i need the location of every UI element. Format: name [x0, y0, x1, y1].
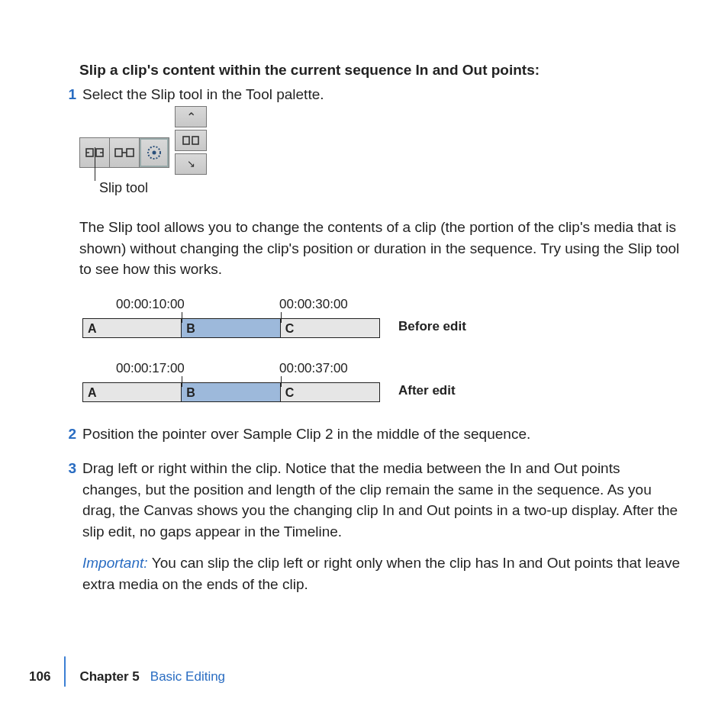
- svg-rect-2: [115, 149, 122, 156]
- step-2: 2 Position the pointer over Sample Clip …: [79, 424, 682, 445]
- clip-c: C: [281, 383, 379, 401]
- time-remap-icon: [145, 143, 163, 162]
- slide-tool-button[interactable]: [109, 137, 140, 168]
- ordered-steps: 1 Select the Slip tool in the Tool palet…: [79, 84, 682, 105]
- step-number: 2: [56, 424, 76, 445]
- clip-b: B: [182, 319, 280, 337]
- slip-diagram: 00:00:10:00 00:00:30:00 A B C Before edi…: [82, 295, 682, 402]
- clip-row-before: A B C: [82, 318, 380, 338]
- clip-a: A: [83, 319, 182, 337]
- svg-rect-6: [183, 137, 189, 144]
- clip-row-after: A B C: [82, 382, 380, 402]
- tick-mark: [182, 376, 182, 387]
- step-3: 3 Drag left or right within the clip. No…: [79, 458, 682, 594]
- tick-mark: [281, 376, 282, 387]
- tick-mark: [281, 312, 282, 323]
- step-3-text: Drag left or right within the clip. Noti…: [82, 460, 678, 540]
- step-number: 1: [56, 84, 76, 105]
- footer-divider: [64, 656, 66, 687]
- page-footer: 106 Chapter 5 Basic Editing: [29, 656, 225, 687]
- diagram-after: 00:00:17:00 00:00:37:00 A B C After edit: [82, 359, 548, 402]
- expand-arrow-icon: ↘: [187, 157, 195, 172]
- page-content: Slip a clip's content within the current…: [79, 60, 682, 597]
- page-number: 106: [29, 668, 50, 687]
- timecode-in-before: 00:00:10:00: [116, 295, 185, 314]
- clip-b: B: [182, 383, 280, 401]
- callout-label: Slip tool: [99, 178, 148, 198]
- clip-c: C: [281, 319, 379, 337]
- chapter-title: Basic Editing: [150, 668, 225, 687]
- slip-variant-button[interactable]: [175, 130, 207, 151]
- step-1: 1 Select the Slip tool in the Tool palet…: [79, 84, 682, 105]
- step-text: Select the Slip tool in the Tool palette…: [82, 84, 682, 105]
- tick-mark: [182, 312, 182, 323]
- tool-palette-figure: ⌃ ↘ Slip tool: [79, 117, 217, 188]
- timecode-out-after: 00:00:37:00: [279, 359, 348, 378]
- svg-rect-7: [192, 137, 198, 144]
- expand-down-button[interactable]: ↘: [175, 153, 207, 175]
- diagram-before: 00:00:10:00 00:00:30:00 A B C Before edi…: [82, 295, 548, 338]
- important-text: You can slip the clip left or right only…: [82, 555, 680, 592]
- chevron-up-icon: ⌃: [186, 108, 196, 126]
- section-heading: Slip a clip's content within the current…: [79, 60, 682, 81]
- step-text: Position the pointer over Sample Clip 2 …: [82, 424, 682, 445]
- time-remap-tool-button[interactable]: [139, 137, 169, 168]
- step-text: Drag left or right within the clip. Noti…: [82, 458, 682, 594]
- callout-line: [95, 147, 95, 181]
- timecode-out-before: 00:00:30:00: [279, 295, 348, 314]
- important-label: Important:: [82, 555, 152, 571]
- ordered-steps-cont: 2 Position the pointer over Sample Clip …: [79, 424, 682, 595]
- slip-variant-icon: [181, 134, 201, 147]
- chapter-label: Chapter 5: [79, 668, 139, 687]
- timecode-in-after: 00:00:17:00: [116, 359, 185, 378]
- before-label: Before edit: [398, 317, 466, 337]
- step-number: 3: [56, 458, 76, 479]
- after-label: After edit: [398, 382, 456, 401]
- svg-rect-3: [127, 149, 134, 156]
- svg-point-5: [153, 150, 156, 154]
- slide-tool-icon: [114, 144, 135, 161]
- expand-up-button[interactable]: ⌃: [175, 106, 207, 127]
- description-paragraph: The Slip tool allows you to change the c…: [79, 217, 682, 280]
- clip-a: A: [83, 383, 182, 401]
